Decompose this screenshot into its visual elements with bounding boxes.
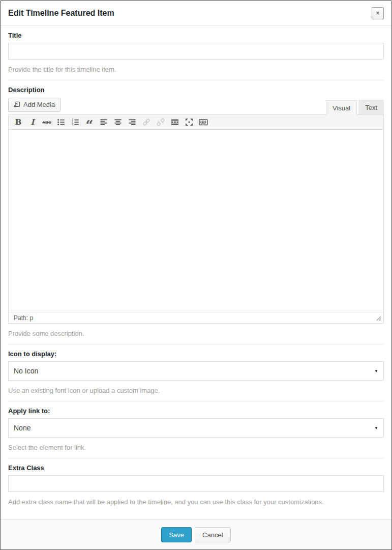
modal-title: Edit Timeline Featured Item: [8, 9, 114, 18]
add-media-button[interactable]: Add Media: [8, 98, 61, 112]
edit-timeline-featured-item-modal: Edit Timeline Featured Item × Title Prov…: [0, 0, 392, 550]
chevron-down-icon: ▼: [374, 426, 378, 430]
numbered-list-button[interactable]: 1 2 3: [69, 116, 82, 128]
link-button[interactable]: [140, 116, 153, 128]
link-select[interactable]: None ▼: [8, 418, 384, 438]
cancel-button[interactable]: Cancel: [195, 527, 230, 542]
title-help: Provide the title for this timeline item…: [8, 66, 384, 73]
icon-section: Icon to display: No Icon ▼ Use an existi…: [8, 344, 384, 401]
link-icon: [142, 118, 150, 126]
extra-class-input[interactable]: [8, 475, 384, 492]
description-help: Provide some description.: [8, 330, 384, 337]
more-tag-button[interactable]: [168, 116, 182, 128]
tab-text[interactable]: Text: [358, 100, 384, 114]
modal-header: Edit Timeline Featured Item ×: [1, 1, 391, 26]
link-label: Apply link to:: [8, 407, 384, 415]
strikethrough-button[interactable]: ABC: [40, 116, 53, 128]
strikethrough-icon: ABC: [42, 120, 51, 125]
description-label: Description: [8, 86, 384, 94]
italic-icon: I: [31, 118, 34, 127]
svg-text:3: 3: [72, 123, 73, 126]
add-media-label: Add Media: [23, 101, 55, 108]
modal-footer: Save Cancel: [1, 519, 391, 549]
save-button[interactable]: Save: [161, 527, 192, 542]
align-center-icon: [114, 118, 122, 126]
bulleted-list-button[interactable]: [54, 116, 68, 128]
extra-class-help: Add extra class name that will be applie…: [8, 498, 384, 506]
align-center-button[interactable]: [111, 116, 125, 128]
bold-button[interactable]: B: [12, 116, 25, 128]
icon-label: Icon to display:: [8, 350, 384, 358]
align-left-button[interactable]: [97, 116, 110, 128]
more-tag-icon: [171, 118, 179, 126]
unlink-icon: [157, 118, 165, 126]
title-section: Title Provide the title for this timelin…: [8, 26, 384, 80]
icon-select[interactable]: No Icon ▼: [8, 361, 384, 381]
link-select-value: None: [14, 424, 31, 432]
editor-toolbar: B I ABC 1 2 3: [9, 115, 383, 130]
align-left-icon: [100, 118, 108, 126]
icon-help: Use an existing font icon or upload a cu…: [8, 387, 384, 394]
bulleted-list-icon: [57, 118, 65, 126]
fullscreen-icon: [185, 118, 193, 126]
extra-class-label: Extra Class: [8, 464, 384, 472]
close-icon: ×: [376, 10, 379, 17]
modal-body: Title Provide the title for this timelin…: [1, 26, 391, 519]
numbered-list-icon: 1 2 3: [71, 118, 79, 126]
icon-select-value: No Icon: [14, 367, 38, 375]
toolbar-toggle-icon: [199, 118, 208, 126]
italic-button[interactable]: I: [26, 116, 39, 128]
fullscreen-button[interactable]: [183, 116, 196, 128]
editor-tabs: Visual Text: [324, 100, 384, 114]
toolbar-toggle-button[interactable]: [197, 116, 210, 128]
chevron-down-icon: ▼: [374, 369, 378, 373]
blockquote-icon: “: [86, 117, 94, 128]
bold-icon: B: [15, 118, 22, 127]
align-right-icon: [128, 118, 136, 126]
tab-visual[interactable]: Visual: [326, 100, 357, 115]
editor-media-row: Add Media Visual Text: [8, 97, 384, 114]
blockquote-button[interactable]: “: [83, 116, 96, 128]
editor-frame: B I ABC 1 2 3: [8, 114, 384, 324]
extra-class-section: Extra Class Add extra class name that wi…: [8, 458, 384, 512]
link-help: Select the element for link.: [8, 444, 384, 451]
link-section: Apply link to: None ▼ Select the element…: [8, 401, 384, 458]
align-right-button[interactable]: [126, 116, 139, 128]
close-button[interactable]: ×: [372, 7, 384, 19]
editor-path-status: Path: p: [14, 314, 33, 322]
add-media-icon: [13, 101, 20, 108]
title-label: Title: [8, 32, 384, 39]
editor-statusbar: Path: p: [9, 312, 383, 323]
unlink-button[interactable]: [154, 116, 167, 128]
description-section: Description Add Media Visual: [8, 80, 384, 344]
title-input[interactable]: [8, 43, 384, 60]
editor-resize-handle[interactable]: [375, 315, 381, 321]
editor-content-area[interactable]: [9, 130, 383, 312]
